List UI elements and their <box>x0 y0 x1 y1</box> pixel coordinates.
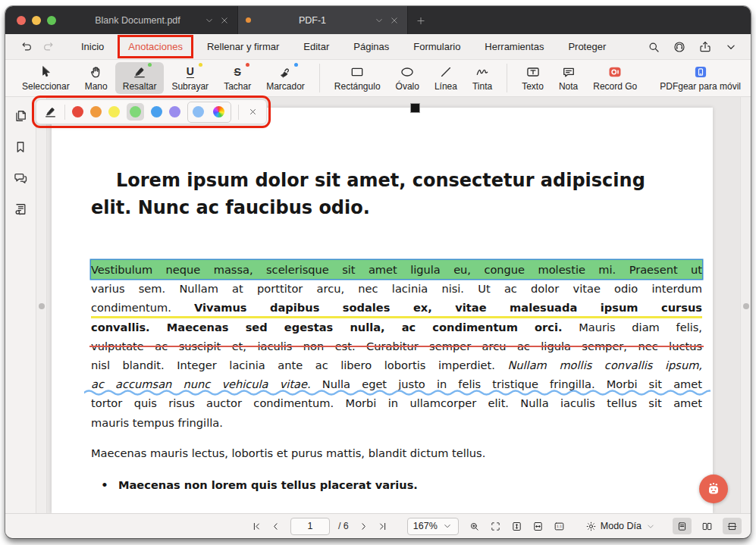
color-swatch-light-blue[interactable] <box>193 106 204 117</box>
first-page-button[interactable] <box>247 518 266 534</box>
close-tab-icon[interactable] <box>219 15 230 26</box>
tab-pdf1[interactable]: PDF-1 <box>238 6 408 34</box>
tool-nota[interactable]: Nota <box>551 62 585 94</box>
ink-icon <box>475 64 490 80</box>
menu-item-rellenar-y-firmar[interactable]: Rellenar y firmar <box>199 38 287 55</box>
color-swatch-blue[interactable] <box>151 106 162 117</box>
fit-width-button[interactable] <box>529 518 547 534</box>
status-bar: / 6 167% 1:1 Modo Día <box>5 513 751 538</box>
ai-assistant-button[interactable] <box>699 475 728 503</box>
menu-item-herramientas[interactable]: Herramientas <box>477 38 551 55</box>
zoom-level-select[interactable]: 167% <box>407 518 459 535</box>
close-tab-icon[interactable] <box>389 15 400 26</box>
text-line: mauris tempus fringilla. <box>91 413 702 432</box>
left-panel-splitter[interactable] <box>36 97 47 513</box>
tool-record-go[interactable]: Record Go <box>585 62 645 94</box>
menu-item-anotaciones[interactable]: Anotaciones <box>121 38 190 55</box>
sidebar-page-thumbnails-icon[interactable] <box>11 106 30 126</box>
sidebar-document-summary-icon[interactable] <box>11 199 30 219</box>
tool-mano[interactable]: Mano <box>77 62 115 94</box>
window-controls <box>5 6 68 34</box>
bullet-text: Maecenas non lorem quis tellus placerat … <box>118 478 418 491</box>
document-heading: Lorem ipsum dolor sit amet, consectetur … <box>91 167 702 221</box>
tool-tinta[interactable]: Tinta <box>465 62 500 94</box>
last-page-button[interactable] <box>373 518 392 534</box>
minimize-window-button[interactable] <box>32 16 41 25</box>
tool-tachar[interactable]: STachar <box>216 62 259 94</box>
share-icon[interactable] <box>698 39 713 55</box>
tool-subrayar[interactable]: USubrayar <box>164 62 216 94</box>
close-icon[interactable] <box>246 105 259 119</box>
tool-marcador[interactable]: Marcador <box>259 62 312 94</box>
tool-label: Tachar <box>224 81 251 92</box>
splitter-grip[interactable] <box>743 303 749 309</box>
prev-page-button[interactable] <box>266 518 285 534</box>
annotation-toolbar: SeleccionarManoResaltarUSubrayarSTacharM… <box>5 60 751 97</box>
actual-size-button[interactable]: 1:1 <box>550 518 569 534</box>
text-line: ac accumsan nunc vehicula vitae. Nulla e… <box>91 374 702 393</box>
menu-item-inicio[interactable]: Inicio <box>74 38 111 55</box>
custom-color-group <box>187 102 231 123</box>
zoom-window-button[interactable] <box>47 16 56 25</box>
menu-item-proteger[interactable]: Proteger <box>560 38 613 55</box>
plus-icon <box>416 15 426 26</box>
page-total-label: / 6 <box>338 521 349 531</box>
menu-item-paginas[interactable]: Páginas <box>346 38 397 55</box>
color-wheel-icon[interactable] <box>211 105 226 120</box>
continuous-view-button[interactable] <box>723 518 742 534</box>
sidebar-bookmarks-icon[interactable] <box>11 137 30 157</box>
text-segment-italic: Nullam mollis convallis ipsum, <box>507 359 702 371</box>
selected-color[interactable] <box>127 103 144 121</box>
tool-texto[interactable]: Texto <box>514 62 551 94</box>
tool-linea[interactable]: Línea <box>427 62 465 94</box>
close-window-button[interactable] <box>17 16 26 25</box>
single-page-view-button[interactable] <box>673 518 692 534</box>
sidebar-comments-icon[interactable] <box>11 168 30 188</box>
selection-handle[interactable] <box>410 103 420 113</box>
bullet-list-item: • Maecenas non lorem quis tellus placera… <box>91 478 702 491</box>
chevron-down-icon[interactable] <box>204 15 215 26</box>
tool-seleccionar[interactable]: Seleccionar <box>14 62 77 94</box>
tool-ovalo[interactable]: Óvalo <box>388 62 427 94</box>
two-page-view-button[interactable] <box>698 518 717 534</box>
support-icon[interactable] <box>672 39 687 55</box>
tool-label: Línea <box>434 81 457 92</box>
tool-label: Marcador <box>266 81 305 92</box>
fullscreen-button[interactable] <box>486 518 505 534</box>
new-tab-button[interactable] <box>408 6 434 34</box>
text-segment-bold: Vivamus dapibus sodales ex, vitae malesu… <box>194 301 702 314</box>
fit-height-icon <box>509 518 524 534</box>
tab-blank-documentpdf[interactable]: Blank Document.pdf <box>68 6 238 34</box>
next-page-button[interactable] <box>354 518 373 534</box>
search-icon[interactable] <box>646 39 661 55</box>
paragraph-2: Maecenas mauris lectus, lobortis et puru… <box>91 443 702 462</box>
fit-height-button[interactable] <box>507 518 526 534</box>
menu-item-formulario[interactable]: Formulario <box>406 38 468 55</box>
marker-icon <box>278 64 293 80</box>
color-swatch-red[interactable] <box>72 106 83 117</box>
view-mode-select[interactable]: Modo Día <box>585 521 656 532</box>
oval-icon <box>400 64 415 80</box>
color-swatch-yellow[interactable] <box>108 106 120 117</box>
redo-button[interactable] <box>39 38 57 56</box>
tool-rectangulo[interactable]: Rectángulo <box>327 62 388 94</box>
tool-resaltar[interactable]: Resaltar <box>115 62 165 94</box>
chevron-down-icon[interactable] <box>374 15 384 26</box>
collapse-ribbon-icon[interactable] <box>723 39 739 55</box>
record-go-icon <box>607 64 623 80</box>
color-swatch-orange[interactable] <box>90 106 102 117</box>
splitter-grip[interactable] <box>39 303 45 309</box>
page-number-input[interactable] <box>290 518 330 535</box>
text-line: Vestibulum neque massa, scelerisque sit … <box>91 260 702 279</box>
color-swatch-purple[interactable] <box>169 106 180 117</box>
undo-button[interactable] <box>17 38 36 56</box>
zoom-in-button[interactable] <box>465 518 484 534</box>
color-swatch-green[interactable] <box>130 106 141 117</box>
text-line: varius sem. Nullam at porttitor arcu, ne… <box>91 279 702 298</box>
menu-item-editar[interactable]: Editar <box>296 38 337 55</box>
rectangle-icon <box>350 64 365 80</box>
tool-pdfgear-para-movil[interactable]: PDFgear para móvil <box>652 62 748 94</box>
right-panel-splitter[interactable] <box>740 97 751 513</box>
menu-right-actions <box>646 39 739 55</box>
svg-text:1:1: 1:1 <box>557 525 562 528</box>
